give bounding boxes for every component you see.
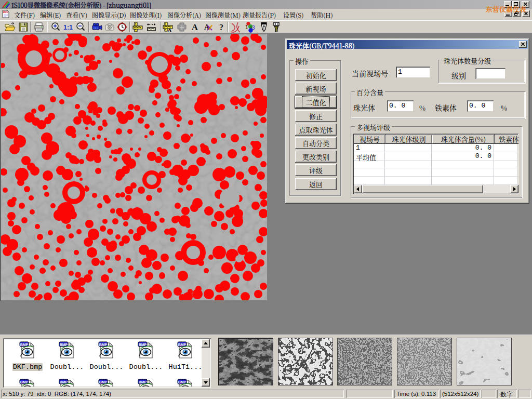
svg-text:BMP: BMP [178,343,187,347]
svg-text:DOC: DOC [3,11,9,14]
svg-text:BMP: BMP [139,343,147,347]
svg-text:A: A [168,27,172,33]
svg-text:A: A [192,22,198,32]
svg-text:BMP: BMP [99,343,108,347]
svg-text:?: ? [219,23,223,32]
svg-text:BMP: BMP [20,380,29,384]
svg-text:BMP: BMP [139,380,147,384]
svg-text:BMP: BMP [60,343,68,347]
svg-text:1: 1 [245,24,248,30]
svg-text:BMP: BMP [178,380,187,384]
svg-text:1:1: 1:1 [63,24,73,31]
svg-text:BMP: BMP [60,380,68,384]
svg-text:BMP: BMP [99,380,108,384]
svg-text:BMP: BMP [20,343,29,347]
